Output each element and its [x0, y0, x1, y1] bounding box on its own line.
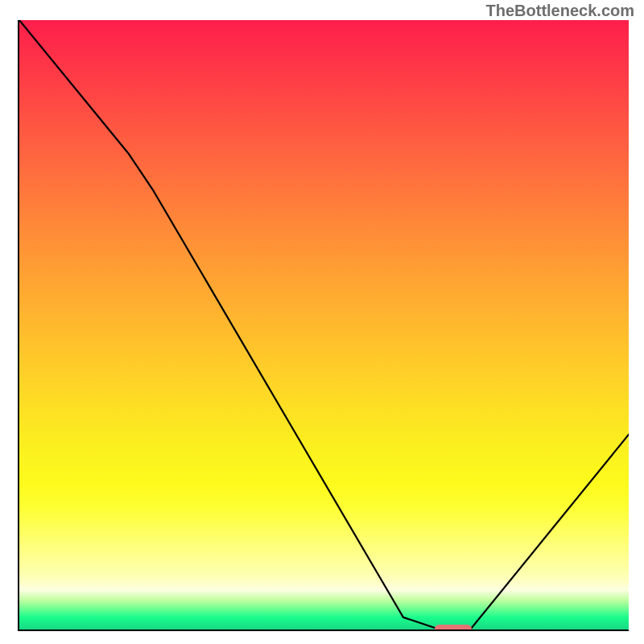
optimal-range-marker — [435, 625, 472, 631]
chart-plot-area — [18, 20, 629, 631]
chart-curve-svg — [19, 20, 629, 630]
bottleneck-curve-line — [19, 20, 629, 630]
attribution-text: TheBottleneck.com — [486, 2, 634, 20]
